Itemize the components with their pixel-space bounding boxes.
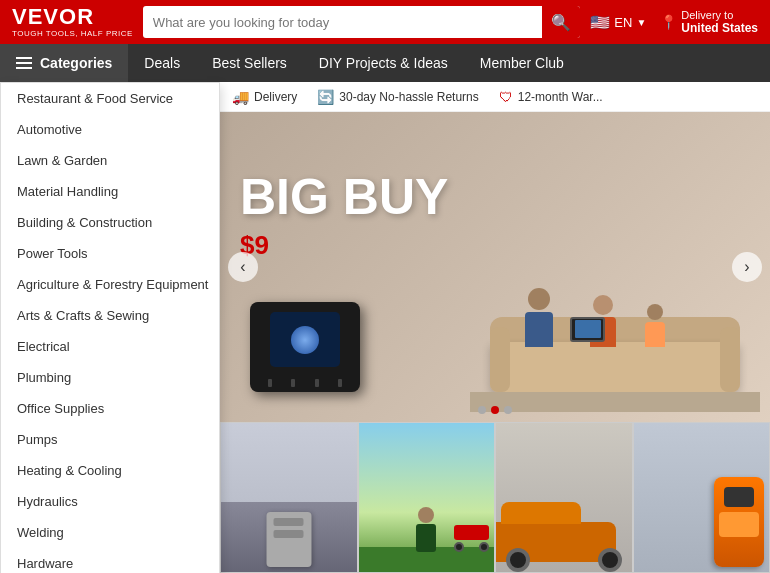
child-body <box>645 322 665 347</box>
product-card-4[interactable] <box>633 422 771 573</box>
product-card-1[interactable] <box>220 422 358 573</box>
person1-head <box>528 288 550 310</box>
carousel-dots <box>478 406 512 414</box>
dropdown-item-building-construction[interactable]: Building & Construction <box>1 207 219 238</box>
tablet-prop <box>570 317 605 342</box>
header-right: 🇺🇸 EN ▼ 📍 Delivery to United States <box>590 9 758 35</box>
logo-tagline: TOUGH TOOLS, HALF PRICE <box>12 30 133 38</box>
delivery-label: Delivery to <box>681 9 758 21</box>
chevron-down-icon: ▼ <box>636 17 646 28</box>
dropdown-item-arts-crafts[interactable]: Arts & Crafts & Sewing <box>1 300 219 331</box>
mower-wheels <box>454 542 489 552</box>
item-detail <box>274 518 304 526</box>
hero-product-device <box>250 302 360 392</box>
product-cards-grid <box>220 422 770 573</box>
card3-car <box>496 423 632 572</box>
dropdown-item-hardware[interactable]: Hardware <box>1 548 219 573</box>
categories-dropdown: Restaurant & Food Service Automotive Law… <box>0 82 220 573</box>
dropdown-item-heating-cooling[interactable]: Heating & Cooling <box>1 455 219 486</box>
person1-body <box>525 312 553 347</box>
wheel-l <box>454 542 464 552</box>
device-display <box>270 312 340 367</box>
floor <box>470 392 760 412</box>
promo-delivery-text: Delivery <box>254 90 297 104</box>
dropdown-item-automotive[interactable]: Automotive <box>1 114 219 145</box>
device-vents <box>250 379 360 387</box>
device-light-circle <box>291 326 319 354</box>
vent1 <box>268 379 272 387</box>
header: VEVOR TOUGH TOOLS, HALF PRICE 🔍 🇺🇸 EN ▼ … <box>0 0 770 44</box>
tool-grip <box>724 487 754 507</box>
nav-item-deals[interactable]: Deals <box>128 44 196 82</box>
dropdown-item-electrical[interactable]: Electrical <box>1 331 219 362</box>
promo-warranty-text: 12-month War... <box>518 90 603 104</box>
card1-product <box>221 502 357 572</box>
hero-next-button[interactable]: › <box>732 252 762 282</box>
hero-text-area: BIG BUY $9 <box>240 172 448 261</box>
dropdown-item-plumbing[interactable]: Plumbing <box>1 362 219 393</box>
dropdown-item-lawn-garden[interactable]: Lawn & Garden <box>1 145 219 176</box>
vent4 <box>338 379 342 387</box>
navbar: Categories Deals Best Sellers DIY Projec… <box>0 44 770 82</box>
nav-item-member[interactable]: Member Club <box>464 44 580 82</box>
language-label: EN <box>614 15 632 30</box>
dropdown-item-material-handling[interactable]: Material Handling <box>1 176 219 207</box>
card1-item <box>266 512 311 567</box>
delivery-location: United States <box>681 21 758 35</box>
product-card-3[interactable] <box>495 422 633 573</box>
wheel-r <box>479 542 489 552</box>
tool-head <box>719 512 759 537</box>
product-card-2[interactable] <box>358 422 496 573</box>
vent2 <box>291 379 295 387</box>
promo-warranty: 🛡 12-month War... <box>499 89 603 105</box>
dropdown-item-welding[interactable]: Welding <box>1 517 219 548</box>
location-icon: 📍 <box>660 14 677 30</box>
logo[interactable]: VEVOR TOUGH TOOLS, HALF PRICE <box>12 6 133 38</box>
person-body <box>416 524 436 552</box>
search-input[interactable] <box>143 15 542 30</box>
promo-bar: 🚚 Delivery 🔄 30-day No-hassle Returns 🛡 … <box>220 82 770 112</box>
search-icon: 🔍 <box>551 13 571 32</box>
car-roof <box>501 502 581 524</box>
dropdown-item-hydraulics[interactable]: Hydraulics <box>1 486 219 517</box>
hero-price: $9 <box>240 230 448 261</box>
hero-prev-button[interactable]: ‹ <box>228 252 258 282</box>
dot-2[interactable] <box>491 406 499 414</box>
dot-1[interactable] <box>478 406 486 414</box>
flag-icon: 🇺🇸 <box>590 13 610 32</box>
promo-delivery: 🚚 Delivery <box>232 89 297 105</box>
hero-banner: BIG BUY $9 <box>220 112 770 422</box>
car-wheel2 <box>598 548 622 572</box>
mower-top <box>454 525 489 540</box>
car-wheel1 <box>506 548 530 572</box>
dropdown-item-agriculture[interactable]: Agriculture & Forestry Equipment <box>1 269 219 300</box>
main-content: BIG BUY $9 <box>220 112 770 573</box>
dropdown-item-power-tools[interactable]: Power Tools <box>1 238 219 269</box>
categories-button[interactable]: Categories <box>0 44 128 82</box>
vent3 <box>315 379 319 387</box>
dropdown-item-pumps[interactable]: Pumps <box>1 424 219 455</box>
dropdown-item-office-supplies[interactable]: Office Supplies <box>1 393 219 424</box>
dropdown-item-restaurant[interactable]: Restaurant & Food Service <box>1 83 219 114</box>
promo-returns: 🔄 30-day No-hassle Returns <box>317 89 478 105</box>
returns-icon: 🔄 <box>317 89 334 105</box>
search-button[interactable]: 🔍 <box>542 6 580 38</box>
hero-family-image <box>470 132 760 412</box>
couch-seat <box>490 342 740 392</box>
person2-head <box>593 295 613 315</box>
person-head <box>418 507 434 523</box>
nav-item-best-sellers[interactable]: Best Sellers <box>196 44 303 82</box>
child-head <box>647 304 663 320</box>
nav-item-diy[interactable]: DIY Projects & Ideas <box>303 44 464 82</box>
delivery-info[interactable]: 📍 Delivery to United States <box>660 9 758 35</box>
truck-icon: 🚚 <box>232 89 249 105</box>
item-detail2 <box>274 530 304 538</box>
language-selector[interactable]: 🇺🇸 EN ▼ <box>590 13 646 32</box>
person-child <box>645 304 665 347</box>
shield-icon: 🛡 <box>499 89 513 105</box>
couch-arm-right <box>720 327 740 392</box>
card2-person <box>416 507 436 552</box>
logo-text: VEVOR <box>12 6 133 28</box>
hero-title: BIG BUY <box>240 172 448 222</box>
dot-3[interactable] <box>504 406 512 414</box>
